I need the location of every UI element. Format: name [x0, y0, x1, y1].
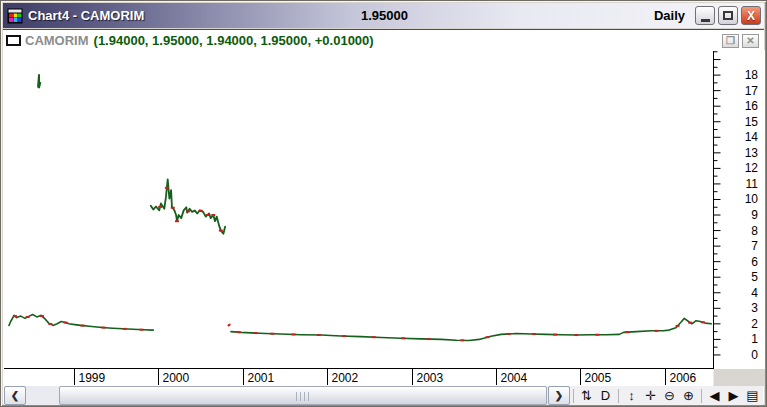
maximize-button[interactable] [718, 6, 738, 25]
toolbar-separator [618, 389, 619, 403]
y-axis-label: 17 [745, 84, 759, 98]
chart-document-icon [6, 35, 21, 46]
zoom-out-icon[interactable]: ⊖ [660, 387, 679, 404]
price-series-segment [38, 75, 40, 87]
toolbar-separator [701, 389, 702, 403]
scroll-left-icon: ❮ [11, 390, 19, 401]
x-axis-label: 2000 [163, 371, 190, 385]
layout-menu-icon[interactable]: ▤ [743, 387, 762, 404]
scrollbar-grip-icon [296, 392, 310, 401]
minimize-icon [701, 19, 710, 22]
step-right-icon[interactable]: ▶ [724, 387, 743, 404]
toolbar-separator [573, 389, 574, 403]
expand-vertical-icon[interactable]: ↕ [622, 387, 641, 404]
chart-window-buttons: ❐ ✕ [722, 34, 759, 48]
close-icon: X [747, 9, 755, 23]
y-axis-label: 4 [751, 286, 758, 300]
y-axis-label: 16 [745, 99, 759, 113]
x-axis-label: 2001 [248, 371, 275, 385]
ohlc-quote-text: (1.94000, 1.95000, 1.94000, 1.95000, +0.… [94, 33, 374, 48]
price-series-segment [229, 325, 230, 326]
x-axis-label: 2002 [332, 371, 359, 385]
y-axis-label: 8 [751, 224, 758, 238]
pan-icon[interactable]: ✛ [641, 387, 660, 404]
y-axis-label: 12 [745, 161, 759, 175]
price-chart-plot[interactable]: 0123456789101112131415161718199920002001… [4, 50, 765, 386]
x-axis-label: 2003 [417, 371, 444, 385]
chart-window-title-strip[interactable]: CAMORIM (1.94000, 1.95000, 1.94000, 1.95… [4, 31, 763, 51]
y-axis-label: 13 [745, 146, 759, 160]
x-axis-label: 2004 [501, 371, 528, 385]
y-axis-label: 5 [751, 270, 758, 284]
close-button[interactable]: X [741, 6, 761, 25]
metastock-chart-window: Chart4 - CAMORIM 1.95000 Daily X CAMORIM… [0, 0, 767, 407]
scroll-right-icon: ❯ [555, 390, 563, 401]
scrollbar-thumb[interactable] [59, 386, 547, 405]
periodicity-daily-icon[interactable]: D [596, 387, 615, 404]
title-bar[interactable]: Chart4 - CAMORIM 1.95000 Daily X [3, 3, 764, 28]
zoom-in-icon[interactable]: ⊕ [679, 387, 698, 404]
chart-app-icon [7, 8, 23, 24]
y-axis-label: 15 [745, 115, 759, 129]
symbol-label: CAMORIM [25, 33, 89, 48]
rescale-icon[interactable]: ⇅ [577, 387, 596, 404]
y-axis-label: 14 [745, 130, 759, 144]
scroll-right-button[interactable]: ❯ [548, 386, 570, 405]
maximize-icon [723, 11, 733, 20]
scroll-left-button[interactable]: ❮ [4, 386, 26, 405]
plot-background [4, 50, 765, 386]
y-axis-label: 9 [751, 208, 758, 222]
y-axis-label: 3 [751, 301, 758, 315]
y-axis-label: 1 [751, 332, 758, 346]
y-axis-label: 0 [751, 348, 758, 362]
x-axis-label: 1999 [79, 371, 106, 385]
y-axis-label: 10 [745, 192, 759, 206]
chart-maximize-button[interactable]: ❐ [722, 34, 739, 48]
x-axis-label: 2006 [670, 371, 697, 385]
y-axis-label: 2 [751, 317, 758, 331]
minimize-button[interactable] [695, 6, 715, 25]
bottom-bar: ❮ ❯ ⇅D↕✛⊖⊕◀▶▤ [4, 386, 763, 405]
bottom-toolbar: ⇅D↕✛⊖⊕◀▶▤ [570, 387, 765, 404]
chart-close-button[interactable]: ✕ [742, 34, 759, 48]
window-buttons: X [695, 6, 761, 25]
horizontal-scrollbar[interactable]: ❮ ❯ [4, 386, 570, 405]
y-axis-label: 11 [746, 177, 759, 191]
periodicity-label: Daily [654, 8, 685, 23]
titlebar-last-price: 1.95000 [361, 8, 408, 23]
y-axis-label: 18 [745, 68, 759, 82]
step-left-icon[interactable]: ◀ [705, 387, 724, 404]
y-axis-label: 6 [751, 255, 758, 269]
window-title: Chart4 - CAMORIM [28, 8, 144, 23]
axis-corner-panel [714, 369, 766, 386]
x-axis-label: 2005 [585, 371, 612, 385]
y-axis-label: 7 [751, 239, 758, 253]
